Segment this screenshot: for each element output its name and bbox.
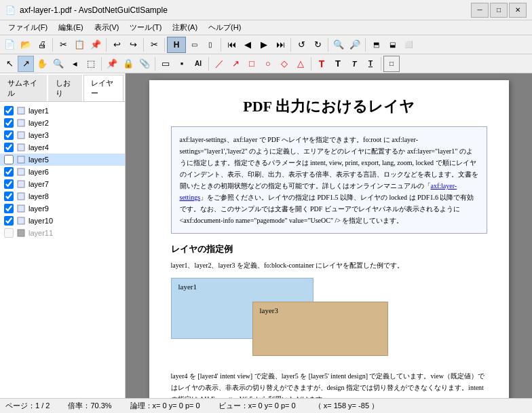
next-page-button[interactable]: ▶ xyxy=(256,37,272,53)
layer-checkbox-layer11[interactable] xyxy=(4,228,14,238)
full-screen-button[interactable]: ⬜ xyxy=(400,37,417,53)
layer-checkbox-layer7[interactable] xyxy=(4,179,14,189)
app-icon: 📄 xyxy=(5,5,16,15)
paste-button[interactable]: 📌 xyxy=(88,37,104,53)
sep3 xyxy=(143,38,144,52)
pdf-box-text: axf:layer-settings、axf:layer で PDF へレイヤを… xyxy=(180,136,478,224)
layer-item-layer3[interactable]: layer3 xyxy=(0,129,125,141)
titlebar-title: axf-layer-1.pdf - AvsDotNetGuiCtlSample xyxy=(20,5,168,15)
status-logical: 論理：x= 0 y= 0 p= 0 xyxy=(130,401,200,411)
titlebar-left: 📄 axf-layer-1.pdf - AvsDotNetGuiCtlSampl… xyxy=(5,5,168,15)
marquee-button[interactable]: ⬚ xyxy=(83,56,99,72)
layer-item-layer11[interactable]: layer11 xyxy=(0,227,125,239)
close-button[interactable]: ✕ xyxy=(509,3,527,18)
layer-checkbox-layer3[interactable] xyxy=(4,130,14,140)
layer-checkbox-layer9[interactable] xyxy=(4,204,14,213)
polyline-button[interactable]: △ xyxy=(292,56,309,72)
layer-checkbox-layer1[interactable] xyxy=(4,106,14,115)
prev-page-button[interactable]: ◀ xyxy=(240,37,256,53)
layer-checkbox-layer4[interactable] xyxy=(4,143,14,152)
rotate-right-button[interactable]: ↻ xyxy=(309,37,326,53)
menu-edit[interactable]: 編集(E) xyxy=(53,21,89,34)
menu-view[interactable]: 表示(V) xyxy=(89,21,125,34)
rect-anno-button[interactable]: □ xyxy=(244,56,260,72)
menu-help[interactable]: ヘルプ(H) xyxy=(203,21,246,34)
split-v-button[interactable]: ⬓ xyxy=(384,37,400,53)
attach-button[interactable]: 📎 xyxy=(136,56,153,72)
layer-icon-layer3 xyxy=(16,130,26,140)
text2-button[interactable]: T xyxy=(330,56,346,72)
layer-item-layer9[interactable]: layer9 xyxy=(0,202,125,215)
rotate-left-button[interactable]: ↺ xyxy=(293,37,309,53)
menu-annotation[interactable]: 注釈(A) xyxy=(167,21,203,34)
prev-select-button[interactable]: ◂ xyxy=(66,56,83,72)
svg-rect-0 xyxy=(18,107,24,114)
redo-button[interactable]: ↪ xyxy=(125,37,141,53)
toolbar-2: ↖ ↗ ✋ 🔍 ◂ ⬚ 📌 🔒 📎 ▭ ▪ AI ／ ↗ □ ○ ◇ △ T T… xyxy=(0,54,532,73)
text4-button[interactable]: T xyxy=(362,56,379,72)
cursor-button[interactable]: ↗ xyxy=(18,56,34,72)
titlebar-controls[interactable]: ─ □ ✕ xyxy=(471,3,527,18)
diamond-button[interactable]: ◇ xyxy=(276,56,292,72)
height-button[interactable]: ▯ xyxy=(202,37,218,53)
layer-item-layer6[interactable]: layer6 xyxy=(0,166,125,178)
pdf-content[interactable]: PDF 出力におけるレイヤ axf:layer-settings、axf:lay… xyxy=(126,73,532,398)
arrow-button[interactable]: ↗ xyxy=(227,56,244,72)
menu-file[interactable]: ファイル(F) xyxy=(3,21,53,34)
ai-button[interactable]: AI xyxy=(190,56,206,72)
circle-button[interactable]: ○ xyxy=(260,56,276,72)
layer-checkbox-layer10[interactable] xyxy=(4,216,14,226)
print-button[interactable]: 🖨 xyxy=(34,37,50,53)
lock-button[interactable]: 🔒 xyxy=(120,56,136,72)
last-page-button[interactable]: ⏭ xyxy=(272,37,288,53)
text-anno-button[interactable]: T xyxy=(314,56,330,72)
open-button[interactable]: 📂 xyxy=(18,37,34,53)
layer-item-layer2[interactable]: layer2 xyxy=(0,117,125,129)
sep11 xyxy=(208,57,209,71)
minimize-button[interactable]: ─ xyxy=(471,3,489,18)
layer-icon-layer1 xyxy=(16,106,26,115)
layer-checkbox-layer5[interactable] xyxy=(4,155,14,164)
line-button[interactable]: ／ xyxy=(211,56,227,72)
layer-box-3: layer3 xyxy=(252,302,388,356)
svg-rect-7 xyxy=(18,193,24,200)
zoom-out-button[interactable]: 🔎 xyxy=(347,37,363,53)
layer-checkbox-layer6[interactable] xyxy=(4,167,14,177)
undo-button[interactable]: ↩ xyxy=(109,37,125,53)
zoom-select-button[interactable]: 🔍 xyxy=(50,56,66,72)
tab-layers[interactable]: レイヤー xyxy=(83,75,124,101)
sep4 xyxy=(164,38,165,52)
text3-button[interactable]: T xyxy=(346,56,362,72)
layer-item-layer4[interactable]: layer4 xyxy=(0,141,125,154)
layer-label-layer5: layer5 xyxy=(28,156,49,164)
copy-button[interactable]: 📋 xyxy=(71,37,88,53)
layer-item-layer5[interactable]: layer5 xyxy=(0,154,125,166)
menu-tools[interactable]: ツール(T) xyxy=(124,21,167,34)
layer-item-layer10[interactable]: layer10 xyxy=(0,215,125,227)
width-button[interactable]: ▭ xyxy=(186,37,202,53)
new-button[interactable]: 📄 xyxy=(1,37,18,53)
sep1 xyxy=(52,38,53,52)
hand-button[interactable]: ✋ xyxy=(34,56,50,72)
select-button[interactable]: ↖ xyxy=(1,56,18,72)
split-h-button[interactable]: ⬒ xyxy=(368,37,384,53)
maximize-button[interactable]: □ xyxy=(490,3,508,18)
layer-item-layer1[interactable]: layer1 xyxy=(0,105,125,117)
crop-button[interactable]: ✂ xyxy=(146,37,162,53)
first-page-button[interactable]: ⏮ xyxy=(223,37,240,53)
layer-checkbox-layer8[interactable] xyxy=(4,192,14,201)
sticky-button[interactable]: 📌 xyxy=(104,56,120,72)
rect2-button[interactable]: ▪ xyxy=(174,56,190,72)
cut-button[interactable]: ✂ xyxy=(55,37,71,53)
rect-empty-button[interactable]: □ xyxy=(383,56,400,72)
layer-settings-link[interactable]: axf:layer-settings xyxy=(180,182,457,201)
svg-rect-3 xyxy=(18,144,24,151)
tab-thumbnail[interactable]: サムネイル xyxy=(0,75,47,101)
tab-bookmark[interactable]: しおり xyxy=(48,75,82,101)
layer-item-layer7[interactable]: layer7 xyxy=(0,178,125,190)
fit-button[interactable]: H xyxy=(167,37,186,53)
rect-draw-button[interactable]: ▭ xyxy=(157,56,174,72)
zoom-in-button[interactable]: 🔍 xyxy=(330,37,347,53)
layer-checkbox-layer2[interactable] xyxy=(4,118,14,128)
layer-item-layer8[interactable]: layer8 xyxy=(0,190,125,202)
